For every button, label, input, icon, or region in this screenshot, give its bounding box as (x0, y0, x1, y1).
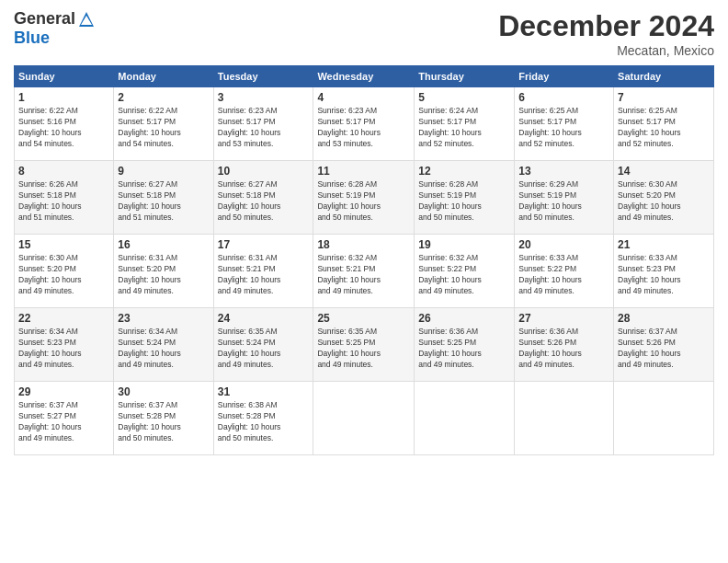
day-info: Sunrise: 6:24 AMSunset: 5:17 PMDaylight:… (418, 106, 510, 150)
header-friday: Friday (515, 66, 614, 87)
calendar-cell: 4Sunrise: 6:23 AMSunset: 5:17 PMDaylight… (313, 87, 415, 161)
calendar-cell: 17Sunrise: 6:31 AMSunset: 5:21 PMDayligh… (213, 235, 313, 308)
day-number: 13 (518, 165, 609, 178)
day-info: Sunrise: 6:25 AMSunset: 5:17 PMDaylight:… (618, 106, 710, 150)
day-number: 18 (317, 238, 410, 251)
day-number: 9 (118, 165, 209, 178)
calendar-header-row: Sunday Monday Tuesday Wednesday Thursday… (15, 66, 714, 87)
day-info: Sunrise: 6:36 AMSunset: 5:25 PMDaylight:… (418, 327, 510, 371)
day-info: Sunrise: 6:37 AMSunset: 5:26 PMDaylight:… (618, 327, 710, 371)
calendar-cell: 22Sunrise: 6:34 AMSunset: 5:23 PMDayligh… (15, 308, 114, 382)
day-info: Sunrise: 6:34 AMSunset: 5:23 PMDaylight:… (18, 327, 109, 371)
calendar-week-row: 8Sunrise: 6:26 AMSunset: 5:18 PMDaylight… (15, 161, 714, 235)
day-info: Sunrise: 6:34 AMSunset: 5:24 PMDaylight:… (118, 327, 209, 371)
header-monday: Monday (114, 66, 213, 87)
day-info: Sunrise: 6:29 AMSunset: 5:19 PMDaylight:… (518, 179, 609, 224)
calendar-week-row: 22Sunrise: 6:34 AMSunset: 5:23 PMDayligh… (15, 308, 714, 382)
calendar-cell (313, 382, 415, 455)
day-number: 30 (118, 385, 209, 398)
day-number: 25 (317, 312, 410, 325)
calendar-cell: 14Sunrise: 6:30 AMSunset: 5:20 PMDayligh… (614, 161, 714, 235)
day-info: Sunrise: 6:32 AMSunset: 5:22 PMDaylight:… (418, 253, 510, 297)
calendar-week-row: 15Sunrise: 6:30 AMSunset: 5:20 PMDayligh… (15, 235, 714, 308)
day-info: Sunrise: 6:28 AMSunset: 5:19 PMDaylight:… (418, 179, 510, 224)
day-info: Sunrise: 6:32 AMSunset: 5:21 PMDaylight:… (317, 253, 410, 297)
header-saturday: Saturday (614, 66, 714, 87)
day-number: 12 (418, 165, 510, 178)
calendar-cell: 25Sunrise: 6:35 AMSunset: 5:25 PMDayligh… (313, 308, 415, 382)
day-number: 21 (618, 238, 710, 251)
day-number: 6 (518, 91, 609, 104)
day-info: Sunrise: 6:23 AMSunset: 5:17 PMDaylight:… (218, 106, 310, 150)
day-info: Sunrise: 6:37 AMSunset: 5:28 PMDaylight:… (118, 400, 209, 444)
day-info: Sunrise: 6:30 AMSunset: 5:20 PMDaylight:… (618, 179, 710, 224)
calendar-cell: 20Sunrise: 6:33 AMSunset: 5:22 PMDayligh… (515, 235, 614, 308)
day-number: 22 (18, 312, 109, 325)
day-number: 19 (418, 238, 510, 251)
day-info: Sunrise: 6:33 AMSunset: 5:23 PMDaylight:… (618, 253, 710, 297)
day-number: 14 (618, 165, 710, 178)
day-info: Sunrise: 6:25 AMSunset: 5:17 PMDaylight:… (518, 106, 609, 150)
day-info: Sunrise: 6:22 AMSunset: 5:16 PMDaylight:… (18, 106, 109, 150)
header-sunday: Sunday (15, 66, 114, 87)
calendar-cell: 24Sunrise: 6:35 AMSunset: 5:24 PMDayligh… (213, 308, 313, 382)
calendar-cell (415, 382, 515, 455)
day-info: Sunrise: 6:38 AMSunset: 5:28 PMDaylight:… (218, 400, 310, 444)
calendar-cell: 7Sunrise: 6:25 AMSunset: 5:17 PMDaylight… (614, 87, 714, 161)
day-number: 20 (518, 238, 609, 251)
calendar-cell: 1Sunrise: 6:22 AMSunset: 5:16 PMDaylight… (15, 87, 114, 161)
calendar-cell: 16Sunrise: 6:31 AMSunset: 5:20 PMDayligh… (114, 235, 213, 308)
day-info: Sunrise: 6:35 AMSunset: 5:24 PMDaylight:… (218, 327, 310, 371)
day-number: 11 (317, 165, 410, 178)
calendar-cell: 13Sunrise: 6:29 AMSunset: 5:19 PMDayligh… (515, 161, 614, 235)
calendar-cell: 9Sunrise: 6:27 AMSunset: 5:18 PMDaylight… (114, 161, 213, 235)
day-info: Sunrise: 6:27 AMSunset: 5:18 PMDaylight:… (218, 179, 310, 224)
calendar-cell: 8Sunrise: 6:26 AMSunset: 5:18 PMDaylight… (15, 161, 114, 235)
day-number: 3 (218, 91, 310, 104)
day-info: Sunrise: 6:23 AMSunset: 5:17 PMDaylight:… (317, 106, 410, 150)
day-number: 10 (218, 165, 310, 178)
day-number: 15 (18, 238, 109, 251)
header-wednesday: Wednesday (313, 66, 415, 87)
day-info: Sunrise: 6:26 AMSunset: 5:18 PMDaylight:… (18, 179, 109, 224)
calendar-cell: 11Sunrise: 6:28 AMSunset: 5:19 PMDayligh… (313, 161, 415, 235)
location: Mecatan, Mexico (498, 43, 714, 58)
calendar-cell (515, 382, 614, 455)
day-info: Sunrise: 6:36 AMSunset: 5:26 PMDaylight:… (518, 327, 609, 371)
calendar-cell: 29Sunrise: 6:37 AMSunset: 5:27 PMDayligh… (15, 382, 114, 455)
day-number: 23 (118, 312, 209, 325)
calendar-cell (614, 382, 714, 455)
calendar-cell: 30Sunrise: 6:37 AMSunset: 5:28 PMDayligh… (114, 382, 213, 455)
header: General Blue December 2024 Mecatan, Mexi… (14, 9, 714, 58)
logo: General Blue (14, 9, 96, 48)
calendar-cell: 18Sunrise: 6:32 AMSunset: 5:21 PMDayligh… (313, 235, 415, 308)
day-info: Sunrise: 6:22 AMSunset: 5:17 PMDaylight:… (118, 106, 209, 150)
header-thursday: Thursday (415, 66, 515, 87)
calendar-cell: 15Sunrise: 6:30 AMSunset: 5:20 PMDayligh… (15, 235, 114, 308)
day-number: 8 (18, 165, 109, 178)
day-info: Sunrise: 6:31 AMSunset: 5:21 PMDaylight:… (218, 253, 310, 297)
logo-blue: Blue (14, 29, 50, 48)
calendar-cell: 6Sunrise: 6:25 AMSunset: 5:17 PMDaylight… (515, 87, 614, 161)
day-number: 17 (218, 238, 310, 251)
calendar-cell: 31Sunrise: 6:38 AMSunset: 5:28 PMDayligh… (213, 382, 313, 455)
day-info: Sunrise: 6:31 AMSunset: 5:20 PMDaylight:… (118, 253, 209, 297)
day-number: 24 (218, 312, 310, 325)
day-info: Sunrise: 6:28 AMSunset: 5:19 PMDaylight:… (317, 179, 410, 224)
day-info: Sunrise: 6:27 AMSunset: 5:18 PMDaylight:… (118, 179, 209, 224)
day-info: Sunrise: 6:30 AMSunset: 5:20 PMDaylight:… (18, 253, 109, 297)
day-info: Sunrise: 6:35 AMSunset: 5:25 PMDaylight:… (317, 327, 410, 371)
calendar-cell: 23Sunrise: 6:34 AMSunset: 5:24 PMDayligh… (114, 308, 213, 382)
calendar-cell: 27Sunrise: 6:36 AMSunset: 5:26 PMDayligh… (515, 308, 614, 382)
calendar-week-row: 29Sunrise: 6:37 AMSunset: 5:27 PMDayligh… (15, 382, 714, 455)
logo-general: General (14, 9, 75, 29)
day-number: 28 (618, 312, 710, 325)
day-number: 1 (18, 91, 109, 104)
calendar-cell: 21Sunrise: 6:33 AMSunset: 5:23 PMDayligh… (614, 235, 714, 308)
calendar-cell: 12Sunrise: 6:28 AMSunset: 5:19 PMDayligh… (415, 161, 515, 235)
calendar-cell: 19Sunrise: 6:32 AMSunset: 5:22 PMDayligh… (415, 235, 515, 308)
day-number: 5 (418, 91, 510, 104)
calendar-cell: 26Sunrise: 6:36 AMSunset: 5:25 PMDayligh… (415, 308, 515, 382)
day-info: Sunrise: 6:33 AMSunset: 5:22 PMDaylight:… (518, 253, 609, 297)
header-tuesday: Tuesday (213, 66, 313, 87)
